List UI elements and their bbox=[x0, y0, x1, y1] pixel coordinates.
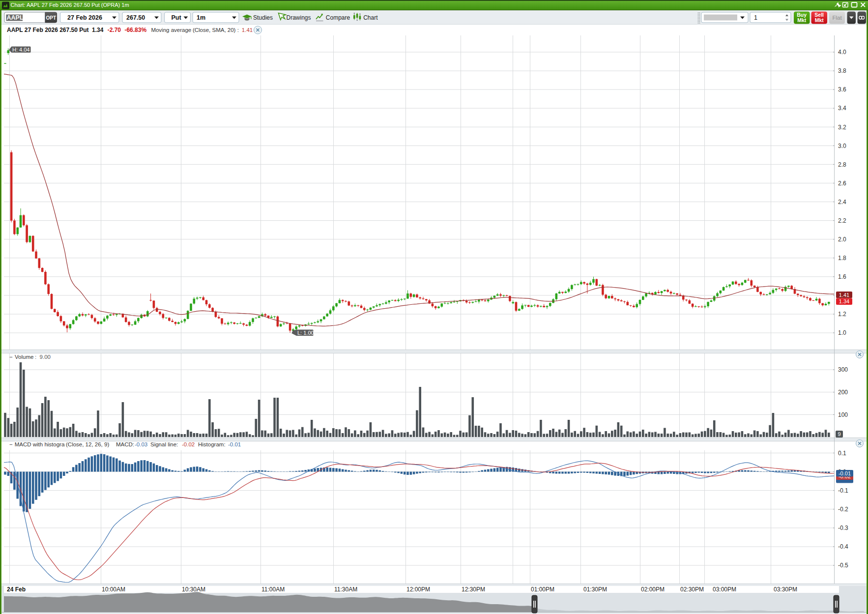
svg-text:Volume: Volume bbox=[15, 354, 33, 360]
svg-text:Chart: AAPL 27 Feb 2026 267.50: Chart: AAPL 27 Feb 2026 267.50 Put (OPRA… bbox=[11, 2, 129, 8]
svg-text:-0.5: -0.5 bbox=[838, 562, 848, 569]
svg-text:267.50: 267.50 bbox=[126, 14, 145, 21]
svg-text:−: − bbox=[9, 354, 13, 360]
svg-text:−: − bbox=[9, 441, 13, 447]
svg-text:11:00AM: 11:00AM bbox=[261, 586, 285, 593]
svg-text:2.6: 2.6 bbox=[838, 180, 846, 187]
svg-text:4.0: 4.0 bbox=[838, 49, 846, 56]
svg-text:01:00PM: 01:00PM bbox=[531, 586, 554, 593]
svg-text:-66.83%: -66.83% bbox=[124, 27, 146, 33]
svg-text:0.1: 0.1 bbox=[838, 450, 846, 457]
svg-text:AAPL: AAPL bbox=[7, 14, 24, 21]
svg-text:Flat: Flat bbox=[832, 15, 842, 21]
svg-text:MACD:: MACD: bbox=[116, 441, 134, 447]
svg-text:1.6: 1.6 bbox=[838, 273, 846, 280]
svg-text:(Close, 12, 26, 9): (Close, 12, 26, 9) bbox=[66, 441, 109, 447]
svg-text:: 9.00: : 9.00 bbox=[35, 354, 51, 360]
svg-text:-0.01: -0.01 bbox=[228, 441, 241, 447]
svg-text:3.2: 3.2 bbox=[838, 124, 846, 131]
svg-text:03:30PM: 03:30PM bbox=[774, 586, 797, 593]
svg-text:-0.2: -0.2 bbox=[838, 506, 848, 513]
svg-text:10:00AM: 10:00AM bbox=[102, 586, 125, 593]
svg-text:Histogram:: Histogram: bbox=[198, 441, 226, 447]
svg-text:1.41: 1.41 bbox=[839, 292, 849, 298]
svg-text:Signal line:: Signal line: bbox=[150, 441, 178, 447]
svg-text:11:30AM: 11:30AM bbox=[334, 586, 357, 593]
svg-text:100: 100 bbox=[838, 411, 848, 418]
svg-text:02:00PM: 02:00PM bbox=[641, 586, 665, 593]
svg-text:OPT: OPT bbox=[46, 15, 57, 21]
svg-text:1.2: 1.2 bbox=[838, 311, 846, 318]
svg-text:2.2: 2.2 bbox=[838, 217, 846, 224]
svg-text:3.6: 3.6 bbox=[838, 86, 846, 93]
svg-text:1.34: 1.34 bbox=[92, 27, 104, 33]
svg-text:24 Feb: 24 Feb bbox=[7, 586, 26, 593]
svg-text:H: 4.04: H: 4.04 bbox=[12, 47, 29, 53]
svg-text:-0.4: -0.4 bbox=[838, 543, 848, 550]
svg-text:-0.03: -0.03 bbox=[135, 441, 147, 447]
svg-text:-0.1: -0.1 bbox=[838, 487, 848, 494]
svg-text:Chart: Chart bbox=[363, 14, 378, 21]
svg-text:1.34: 1.34 bbox=[839, 298, 849, 304]
svg-text:200: 200 bbox=[838, 389, 848, 396]
svg-text:10:30AM: 10:30AM bbox=[182, 586, 205, 593]
svg-text:27 Feb 2026: 27 Feb 2026 bbox=[67, 14, 102, 21]
svg-text:9: 9 bbox=[838, 431, 840, 437]
svg-text:2.8: 2.8 bbox=[838, 161, 846, 168]
svg-text:12:30PM: 12:30PM bbox=[462, 586, 485, 593]
svg-text:2.4: 2.4 bbox=[838, 199, 846, 205]
svg-text:3.4: 3.4 bbox=[838, 105, 846, 112]
svg-text:3.0: 3.0 bbox=[838, 143, 846, 149]
svg-text:1.0: 1.0 bbox=[838, 329, 846, 336]
svg-text:3.8: 3.8 bbox=[838, 67, 846, 74]
svg-text:-0.02: -0.02 bbox=[182, 441, 195, 447]
svg-text:1m: 1m bbox=[197, 14, 205, 21]
svg-text:-2.70: -2.70 bbox=[108, 27, 121, 33]
svg-text:-0.01: -0.01 bbox=[839, 470, 851, 476]
svg-text:Studies: Studies bbox=[253, 14, 273, 21]
svg-text:MACD with histogram: MACD with histogram bbox=[15, 441, 69, 447]
svg-text:Moving average: Moving average bbox=[151, 27, 191, 33]
svg-text:Mkt: Mkt bbox=[815, 17, 824, 23]
svg-text:1: 1 bbox=[754, 14, 757, 21]
svg-text:Put: Put bbox=[172, 14, 182, 21]
svg-text:AAPL 27 Feb 2026 267.50 Put: AAPL 27 Feb 2026 267.50 Put bbox=[7, 27, 89, 33]
svg-text:Drawings: Drawings bbox=[287, 14, 311, 21]
svg-text:02:30PM: 02:30PM bbox=[680, 586, 704, 593]
svg-text:12:00PM: 12:00PM bbox=[406, 586, 430, 593]
svg-text:Mkt: Mkt bbox=[797, 17, 807, 23]
svg-text:2.0: 2.0 bbox=[838, 236, 846, 243]
svg-text:03:00PM: 03:00PM bbox=[713, 586, 736, 593]
svg-text:(Close, SMA, 20) :: (Close, SMA, 20) : bbox=[193, 27, 239, 33]
svg-text:1.41: 1.41 bbox=[242, 27, 253, 33]
svg-text:300: 300 bbox=[838, 366, 848, 373]
svg-text:-0.3: -0.3 bbox=[838, 525, 848, 531]
svg-text:1.8: 1.8 bbox=[838, 255, 846, 262]
svg-text:L: 1.00: L: 1.00 bbox=[297, 330, 314, 336]
svg-text:01:30PM: 01:30PM bbox=[583, 586, 607, 593]
svg-text:Compare: Compare bbox=[326, 14, 350, 21]
